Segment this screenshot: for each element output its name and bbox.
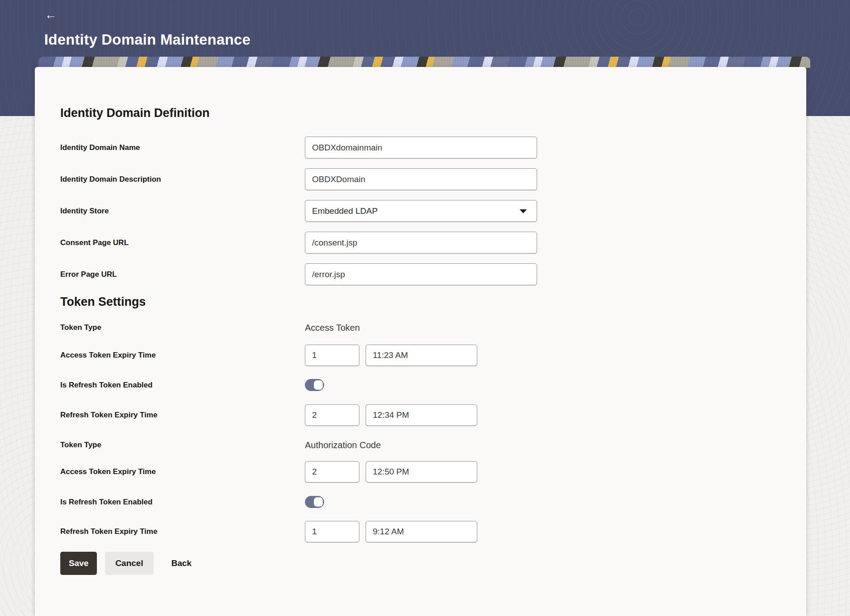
identity-domain-description-label: Identity Domain Description <box>60 175 305 184</box>
save-button[interactable]: Save <box>60 552 97 575</box>
access-token-expiry-label: Access Token Expiry Time <box>60 351 305 360</box>
refresh-token-expiry-value-input[interactable] <box>305 404 359 426</box>
access-token-expiry-value-input[interactable] <box>305 461 359 483</box>
form-actions: Save Cancel Back <box>60 552 781 575</box>
refresh-token-enabled-row: Is Refresh Token Enabled <box>60 379 781 391</box>
refresh-token-expiry-value-input[interactable] <box>305 521 359 542</box>
identity-domain-name-input[interactable] <box>305 137 537 158</box>
toggle-knob <box>314 380 323 390</box>
token-type-value: Access Token <box>305 323 360 333</box>
token-type-row: Token Type Authorization Code <box>60 439 781 451</box>
refresh-token-enabled-toggle[interactable] <box>305 496 324 508</box>
identity-domain-description-row: Identity Domain Description <box>60 168 781 190</box>
refresh-token-expiry-row: Refresh Token Expiry Time <box>60 404 781 426</box>
access-token-expiry-row: Access Token Expiry Time <box>60 345 781 366</box>
identity-store-select[interactable]: Embedded LDAP <box>305 200 537 222</box>
refresh-token-expiry-time-input[interactable] <box>366 521 477 542</box>
identity-store-label: Identity Store <box>60 207 305 216</box>
refresh-token-expiry-time-input[interactable] <box>366 404 477 426</box>
identity-domain-name-label: Identity Domain Name <box>60 143 305 152</box>
decorative-collage-banner <box>38 57 810 68</box>
access-token-expiry-value-input[interactable] <box>305 345 359 366</box>
error-page-url-label: Error Page URL <box>60 270 305 279</box>
consent-page-url-row: Consent Page URL <box>60 232 781 254</box>
back-button[interactable]: Back <box>162 552 200 575</box>
maintenance-form-card: Identity Domain Definition Identity Doma… <box>35 67 806 616</box>
refresh-token-enabled-label: Is Refresh Token Enabled <box>60 498 305 507</box>
token-type-value: Authorization Code <box>305 440 381 450</box>
page-title: Identity Domain Maintenance <box>44 31 250 48</box>
consent-page-url-label: Consent Page URL <box>60 238 305 247</box>
identity-domain-name-row: Identity Domain Name <box>60 137 781 158</box>
consent-page-url-input[interactable] <box>305 232 537 254</box>
identity-store-selected-value: Embedded LDAP <box>312 206 378 216</box>
back-arrow-icon[interactable]: ← <box>45 7 62 22</box>
token-type-row: Token Type Access Token <box>60 321 781 334</box>
refresh-token-enabled-toggle[interactable] <box>305 379 324 391</box>
access-token-expiry-time-input[interactable] <box>366 345 477 366</box>
toggle-knob <box>314 497 323 507</box>
refresh-token-expiry-label: Refresh Token Expiry Time <box>60 527 305 536</box>
error-page-url-row: Error Page URL <box>60 263 781 285</box>
access-token-expiry-row: Access Token Expiry Time <box>60 461 781 483</box>
refresh-token-enabled-label: Is Refresh Token Enabled <box>60 381 305 390</box>
access-token-expiry-time-input[interactable] <box>366 461 477 483</box>
chevron-down-icon <box>520 209 527 213</box>
definition-section-heading: Identity Domain Definition <box>60 106 781 120</box>
token-type-label: Token Type <box>60 441 305 450</box>
token-settings-section-heading: Token Settings <box>60 295 781 309</box>
access-token-expiry-label: Access Token Expiry Time <box>60 467 305 476</box>
identity-domain-description-input[interactable] <box>305 168 537 190</box>
token-type-label: Token Type <box>60 323 305 332</box>
refresh-token-expiry-row: Refresh Token Expiry Time <box>60 521 781 542</box>
cancel-button[interactable]: Cancel <box>105 552 153 575</box>
refresh-token-expiry-label: Refresh Token Expiry Time <box>60 411 305 420</box>
error-page-url-input[interactable] <box>305 263 537 285</box>
refresh-token-enabled-row: Is Refresh Token Enabled <box>60 496 781 508</box>
identity-store-row: Identity Store Embedded LDAP <box>60 200 781 222</box>
